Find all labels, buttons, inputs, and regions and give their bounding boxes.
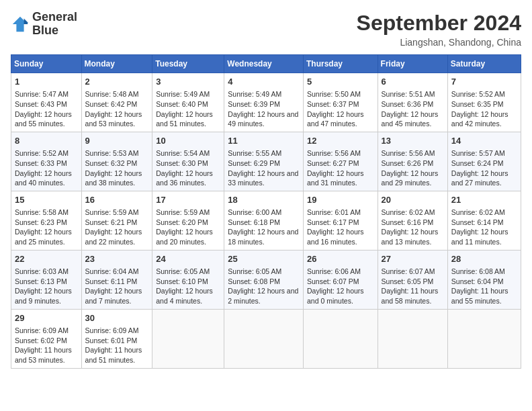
sunset: Sunset: 6:14 PM [451,218,504,226]
logo-text: General Blue [32,11,77,38]
logo-icon [11,15,30,34]
calendar-cell [152,309,224,368]
daylight: Daylight: 12 hours and 0 minutes. [307,287,364,305]
daylight: Daylight: 12 hours and 20 minutes. [156,228,213,246]
day-number: 21 [451,194,517,206]
sunset: Sunset: 6:39 PM [228,100,280,108]
sunrise: Sunrise: 5:49 AM [156,90,210,98]
sunset: Sunset: 6:13 PM [15,277,67,285]
sunrise: Sunrise: 5:55 AM [228,149,281,157]
sunrise: Sunrise: 6:06 AM [307,267,361,275]
daylight: Daylight: 11 hours and 58 minutes. [382,287,439,305]
header-row: SundayMondayTuesdayWednesdayThursdayFrid… [11,55,521,73]
sunrise: Sunrise: 5:48 AM [85,90,139,98]
sunset: Sunset: 6:26 PM [382,159,434,167]
day-number: 1 [15,76,78,88]
calendar-cell: 11Sunrise: 5:55 AMSunset: 6:29 PMDayligh… [224,132,304,191]
day-number: 29 [15,312,78,324]
sunset: Sunset: 6:10 PM [156,277,208,285]
daylight: Daylight: 12 hours and 29 minutes. [382,169,439,187]
daylight: Daylight: 12 hours and 38 minutes. [85,169,142,187]
day-number: 16 [85,194,149,206]
day-number: 7 [451,76,517,88]
calendar-cell: 12Sunrise: 5:56 AMSunset: 6:27 PMDayligh… [303,132,378,191]
calendar-cell: 14Sunrise: 5:57 AMSunset: 6:24 PMDayligh… [447,132,521,191]
calendar-cell: 3Sunrise: 5:49 AMSunset: 6:40 PMDaylight… [152,73,224,132]
sunrise: Sunrise: 6:00 AM [228,208,281,216]
week-row: 8Sunrise: 5:52 AMSunset: 6:33 PMDaylight… [11,132,521,191]
sunset: Sunset: 6:18 PM [228,218,280,226]
sunrise: Sunrise: 5:53 AM [85,149,139,157]
calendar-cell: 21Sunrise: 6:02 AMSunset: 6:14 PMDayligh… [447,191,521,250]
month-title: September 2024 [357,11,521,36]
sunrise: Sunrise: 6:08 AM [451,267,505,275]
sunrise: Sunrise: 5:50 AM [307,90,361,98]
sunset: Sunset: 6:02 PM [15,336,67,345]
sunrise: Sunrise: 5:59 AM [156,208,210,216]
calendar-cell: 26Sunrise: 6:06 AMSunset: 6:07 PMDayligh… [303,250,378,309]
sunrise: Sunrise: 5:52 AM [15,149,69,157]
day-number: 27 [382,253,444,265]
sunset: Sunset: 6:30 PM [156,159,208,167]
sunset: Sunset: 6:37 PM [307,100,359,108]
sunset: Sunset: 6:01 PM [85,336,138,345]
calendar-cell: 9Sunrise: 5:53 AMSunset: 6:32 PMDaylight… [81,132,152,191]
day-number: 28 [451,253,517,265]
daylight: Daylight: 12 hours and 40 minutes. [15,169,72,187]
calendar-cell: 10Sunrise: 5:54 AMSunset: 6:30 PMDayligh… [152,132,224,191]
sunset: Sunset: 6:11 PM [85,277,138,285]
calendar-cell: 30Sunrise: 6:09 AMSunset: 6:01 PMDayligh… [81,309,152,368]
sunset: Sunset: 6:21 PM [85,218,138,226]
sunset: Sunset: 6:07 PM [307,277,359,285]
calendar-cell: 19Sunrise: 6:01 AMSunset: 6:17 PMDayligh… [303,191,378,250]
calendar-cell: 28Sunrise: 6:08 AMSunset: 6:04 PMDayligh… [447,250,521,309]
sunrise: Sunrise: 5:59 AM [85,208,139,216]
calendar-cell: 25Sunrise: 6:05 AMSunset: 6:08 PMDayligh… [224,250,304,309]
week-row: 22Sunrise: 6:03 AMSunset: 6:13 PMDayligh… [11,250,521,309]
calendar-cell: 18Sunrise: 6:00 AMSunset: 6:18 PMDayligh… [224,191,304,250]
daylight: Daylight: 12 hours and 42 minutes. [451,110,508,128]
daylight: Daylight: 12 hours and 49 minutes. [228,110,298,128]
calendar-cell: 17Sunrise: 5:59 AMSunset: 6:20 PMDayligh… [152,191,224,250]
calendar-cell: 15Sunrise: 5:58 AMSunset: 6:23 PMDayligh… [11,191,82,250]
calendar-cell: 4Sunrise: 5:49 AMSunset: 6:39 PMDaylight… [224,73,304,132]
sunset: Sunset: 6:32 PM [85,159,138,167]
day-number: 5 [307,76,374,88]
day-number: 30 [85,312,149,324]
calendar-cell: 13Sunrise: 5:56 AMSunset: 6:26 PMDayligh… [378,132,447,191]
sunset: Sunset: 6:42 PM [85,100,138,108]
week-row: 1Sunrise: 5:47 AMSunset: 6:43 PMDaylight… [11,73,521,132]
sunrise: Sunrise: 5:52 AM [451,90,505,98]
calendar-cell [447,309,521,368]
daylight: Daylight: 11 hours and 55 minutes. [451,287,508,305]
calendar-cell: 6Sunrise: 5:51 AMSunset: 6:36 PMDaylight… [378,73,447,132]
daylight: Daylight: 11 hours and 51 minutes. [85,346,142,364]
header-tuesday: Tuesday [152,55,224,73]
sunset: Sunset: 6:29 PM [228,159,280,167]
sunrise: Sunrise: 5:56 AM [307,149,361,157]
day-number: 20 [382,194,444,206]
svg-marker-1 [24,18,28,24]
sunset: Sunset: 6:36 PM [382,100,434,108]
daylight: Daylight: 12 hours and 22 minutes. [85,228,142,246]
day-number: 18 [228,194,300,206]
sunrise: Sunrise: 6:05 AM [228,267,281,275]
calendar-cell: 24Sunrise: 6:05 AMSunset: 6:10 PMDayligh… [152,250,224,309]
calendar-cell: 20Sunrise: 6:02 AMSunset: 6:16 PMDayligh… [378,191,447,250]
sunrise: Sunrise: 6:07 AM [382,267,435,275]
daylight: Daylight: 12 hours and 55 minutes. [15,110,72,128]
calendar-cell: 27Sunrise: 6:07 AMSunset: 6:05 PMDayligh… [378,250,447,309]
week-row: 29Sunrise: 6:09 AMSunset: 6:02 PMDayligh… [11,309,521,368]
day-number: 15 [15,194,78,206]
sunset: Sunset: 6:16 PM [382,218,434,226]
sunrise: Sunrise: 6:02 AM [451,208,505,216]
day-number: 13 [382,135,444,147]
sunrise: Sunrise: 5:56 AM [382,149,435,157]
daylight: Daylight: 12 hours and 51 minutes. [156,110,213,128]
day-number: 26 [307,253,374,265]
location: Liangshan, Shandong, China [357,37,521,48]
calendar-cell: 5Sunrise: 5:50 AMSunset: 6:37 PMDaylight… [303,73,378,132]
day-number: 25 [228,253,300,265]
page-header: General Blue September 2024 Liangshan, S… [11,11,521,48]
sunrise: Sunrise: 6:09 AM [15,326,69,334]
